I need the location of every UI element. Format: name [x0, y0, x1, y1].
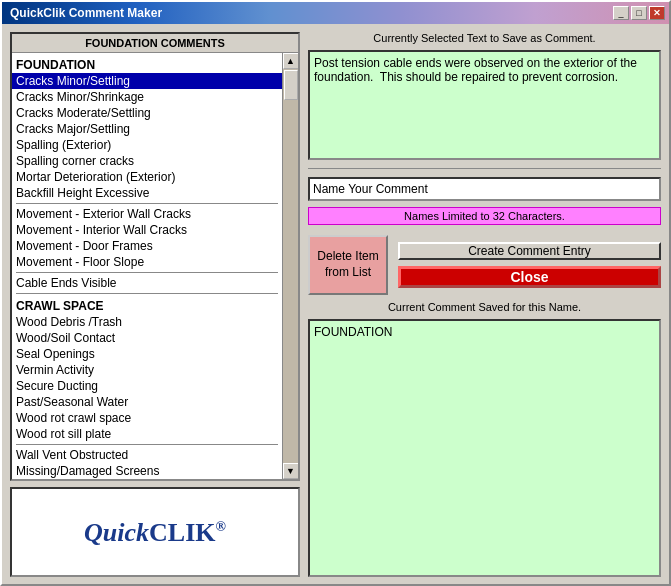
list-with-scroll: FOUNDATIONCracks Minor/SettlingCracks Mi…	[12, 53, 298, 479]
list-item[interactable]: Wood rot crawl space	[12, 410, 282, 426]
list-item[interactable]: Wall Vent Obstructed	[12, 447, 282, 463]
main-window: QuickClik Comment Maker _ □ ✕ FOUNDATION…	[0, 0, 671, 586]
list-item[interactable]: CRAWL SPACE	[12, 298, 282, 314]
left-panel: FOUNDATION COMMENTS FOUNDATIONCracks Min…	[10, 32, 300, 577]
comment-textarea[interactable]	[308, 50, 661, 160]
divider1	[308, 168, 661, 169]
name-input-label: Name Your Comment	[308, 177, 661, 201]
list-item[interactable]: FOUNDATION	[12, 57, 282, 73]
window-title: QuickClik Comment Maker	[6, 6, 162, 20]
title-bar-buttons: _ □ ✕	[613, 6, 665, 20]
list-item[interactable]: Cracks Minor/Settling	[12, 73, 282, 89]
scroll-track[interactable]	[283, 69, 299, 463]
right-panel: Currently Selected Text to Save as Comme…	[308, 32, 661, 577]
list-separator	[16, 444, 278, 445]
scrollbar[interactable]: ▲ ▼	[282, 53, 298, 479]
list-items: FOUNDATIONCracks Minor/SettlingCracks Mi…	[12, 53, 282, 479]
list-item[interactable]: Movement - Floor Slope	[12, 254, 282, 270]
list-header: FOUNDATION COMMENTS	[12, 34, 298, 53]
list-item[interactable]: Cable Ends Visible	[12, 275, 282, 291]
list-item[interactable]: Wood Debris /Trash	[12, 314, 282, 330]
list-item[interactable]: Missing/Damaged Screens	[12, 463, 282, 479]
list-separator	[16, 272, 278, 273]
scroll-up-arrow[interactable]: ▲	[283, 53, 299, 69]
window-close-button[interactable]: ✕	[649, 6, 665, 20]
list-item[interactable]: Cracks Major/Settling	[12, 121, 282, 137]
chars-limit-label: Names Limited to 32 Characters.	[308, 207, 661, 225]
list-item[interactable]: Secure Ducting	[12, 378, 282, 394]
list-item[interactable]: Cracks Minor/Shrinkage	[12, 89, 282, 105]
logo-area: QuickCLIK®	[10, 487, 300, 577]
list-item[interactable]: Past/Seasonal Water	[12, 394, 282, 410]
list-separator	[16, 203, 278, 204]
saved-label: Current Comment Saved for this Name.	[308, 301, 661, 313]
comment-label: Currently Selected Text to Save as Comme…	[308, 32, 661, 44]
title-bar: QuickClik Comment Maker _ □ ✕	[2, 2, 669, 24]
create-comment-button[interactable]: Create Comment Entry	[398, 242, 661, 260]
logo: QuickCLIK®	[84, 516, 226, 548]
list-item[interactable]: Spalling (Exterior)	[12, 137, 282, 153]
list-separator	[16, 293, 278, 294]
list-item[interactable]: Seal Openings	[12, 346, 282, 362]
list-item[interactable]: Vermin Activity	[12, 362, 282, 378]
delete-button[interactable]: Delete Item from List	[308, 235, 388, 295]
close-button[interactable]: Close	[398, 266, 661, 288]
list-item[interactable]: Movement - Door Frames	[12, 238, 282, 254]
list-container: FOUNDATION COMMENTS FOUNDATIONCracks Min…	[10, 32, 300, 481]
window-content: FOUNDATION COMMENTS FOUNDATIONCracks Min…	[2, 24, 669, 585]
list-item[interactable]: Mortar Deterioration (Exterior)	[12, 169, 282, 185]
list-item[interactable]: Cracks Moderate/Settling	[12, 105, 282, 121]
list-item[interactable]: Spalling corner cracks	[12, 153, 282, 169]
scroll-down-arrow[interactable]: ▼	[283, 463, 299, 479]
list-item[interactable]: Movement - Interior Wall Cracks	[12, 222, 282, 238]
saved-textarea[interactable]	[308, 319, 661, 577]
maximize-button[interactable]: □	[631, 6, 647, 20]
list-item[interactable]: Movement - Exterior Wall Cracks	[12, 206, 282, 222]
list-item[interactable]: Backfill Height Excessive	[12, 185, 282, 201]
buttons-row: Delete Item from List Create Comment Ent…	[308, 235, 661, 295]
list-item[interactable]: Wood/Soil Contact	[12, 330, 282, 346]
list-item[interactable]: Wood rot sill plate	[12, 426, 282, 442]
scroll-thumb[interactable]	[284, 70, 298, 100]
minimize-button[interactable]: _	[613, 6, 629, 20]
